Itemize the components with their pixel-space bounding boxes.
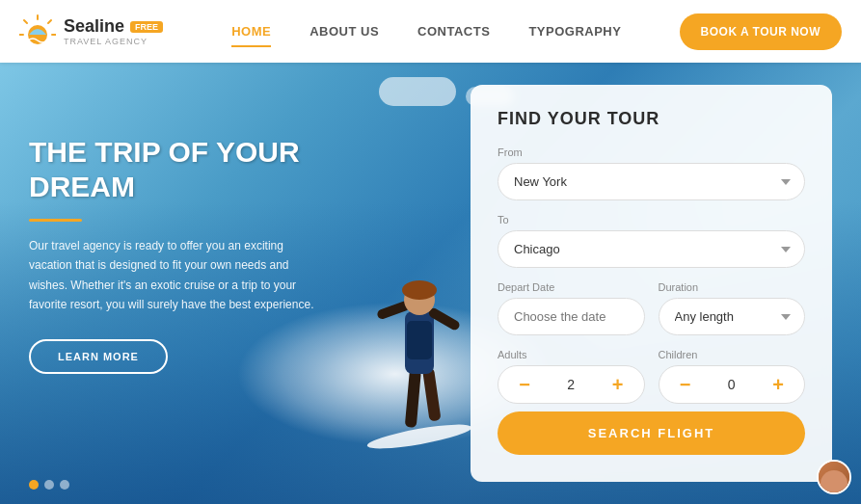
depart-col: Depart Date <box>498 281 645 335</box>
logo-icon <box>19 13 56 50</box>
svg-rect-1 <box>405 369 421 428</box>
children-col: Children − 0 + <box>659 349 806 404</box>
logo-brand: Sealine <box>64 16 124 37</box>
avatar-inner <box>819 462 849 492</box>
duration-select[interactable]: Any length 1 week 2 weeks 3 weeks <box>659 298 806 335</box>
from-label: From <box>498 146 805 158</box>
avatar-person <box>821 470 848 492</box>
plus-icon: + <box>612 375 624 394</box>
plus-icon-children: + <box>772 375 784 394</box>
book-tour-button[interactable]: BOOK A TOUR NOW <box>680 13 842 50</box>
children-plus-button[interactable]: + <box>767 374 789 395</box>
adults-minus-button[interactable]: − <box>514 374 535 395</box>
nav-link-typography[interactable]: TYPOGRAPHY <box>528 19 621 43</box>
date-duration-row: Depart Date Duration Any length 1 week 2… <box>498 281 805 335</box>
children-label: Children <box>659 349 806 360</box>
adults-stepper: − 2 + <box>498 365 645 404</box>
svg-point-7 <box>402 280 437 300</box>
nav-link-about[interactable]: ABOUT US <box>309 19 379 43</box>
logo-area: Sealine FREE Travel agency <box>19 13 174 50</box>
hero-divider <box>29 219 82 222</box>
navbar: Sealine FREE Travel agency HOME ABOUT US… <box>0 0 861 63</box>
minus-icon: − <box>519 375 530 394</box>
nav-links: HOME ABOUT US CONTACTS TYPOGRAPHY <box>174 19 680 43</box>
nav-link-contacts[interactable]: CONTACTS <box>417 19 490 43</box>
panel-title: FIND YOUR TOUR <box>498 109 805 129</box>
duration-col: Duration Any length 1 week 2 weeks 3 wee… <box>659 281 806 335</box>
hero-content: THE TRIP OF YOUR DREAM Our travel agency… <box>29 135 318 374</box>
to-select[interactable]: Chicago Miami Seattle Boston <box>498 230 805 268</box>
slide-dot-3[interactable] <box>60 480 69 490</box>
children-minus-button[interactable]: − <box>675 374 696 395</box>
depart-label: Depart Date <box>498 281 645 293</box>
find-tour-panel: FIND YOUR TOUR From New York Los Angeles… <box>471 85 832 482</box>
surfer-figure <box>357 186 482 465</box>
children-value: 0 <box>728 377 736 392</box>
passengers-row: Adults − 2 + Children − 0 + <box>498 349 805 404</box>
adults-label: Adults <box>498 349 645 360</box>
to-group: To Chicago Miami Seattle Boston <box>498 214 805 268</box>
depart-date-input[interactable] <box>498 298 645 335</box>
to-label: To <box>498 214 805 225</box>
minus-icon-children: − <box>680 375 691 394</box>
svg-line-12 <box>24 20 27 23</box>
adults-plus-button[interactable]: + <box>606 374 628 395</box>
learn-more-button[interactable]: LEARN MORE <box>29 339 168 374</box>
logo-name: Sealine FREE <box>64 16 163 37</box>
logo-free-badge: FREE <box>130 21 163 33</box>
logo-text-area: Sealine FREE Travel agency <box>64 16 163 46</box>
cloud-1 <box>379 77 456 106</box>
svg-point-0 <box>365 420 472 454</box>
hero-title: THE TRIP OF YOUR DREAM <box>29 135 318 204</box>
adults-col: Adults − 2 + <box>498 349 645 404</box>
from-group: From New York Los Angeles Chicago Housto… <box>498 146 805 200</box>
slide-dots <box>29 480 69 490</box>
search-flight-button[interactable]: SEARCH FLIGHT <box>498 411 805 455</box>
svg-line-11 <box>48 20 51 23</box>
duration-label: Duration <box>659 281 806 293</box>
slide-dot-2[interactable] <box>44 480 54 490</box>
avatar[interactable] <box>817 460 851 494</box>
adults-value: 2 <box>567 377 575 392</box>
svg-rect-8 <box>407 321 432 359</box>
logo-sub: Travel agency <box>64 37 163 46</box>
children-stepper: − 0 + <box>659 365 806 404</box>
from-select[interactable]: New York Los Angeles Chicago Houston <box>498 163 805 200</box>
hero-description: Our travel agency is ready to offer you … <box>29 236 318 315</box>
svg-rect-2 <box>422 367 442 421</box>
slide-dot-1[interactable] <box>29 480 39 490</box>
nav-link-home[interactable]: HOME <box>231 19 271 43</box>
